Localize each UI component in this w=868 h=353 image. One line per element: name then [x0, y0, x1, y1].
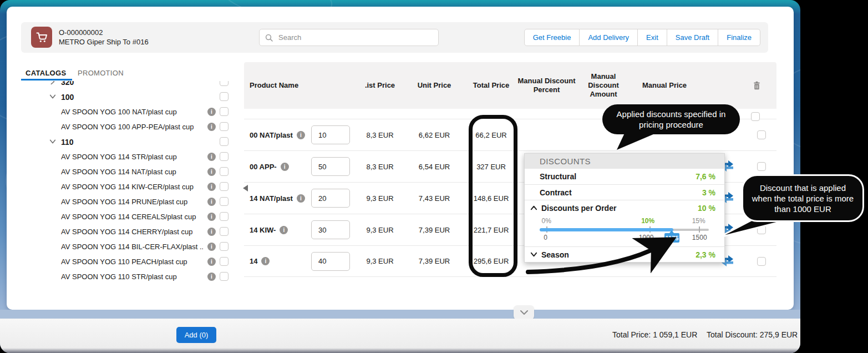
get-freebie-button[interactable]: Get Freebie	[524, 29, 580, 46]
tab-catalogs[interactable]: CATALOGS	[26, 69, 66, 77]
quantity-input[interactable]	[311, 157, 350, 176]
product-name: 14	[250, 257, 257, 265]
discount-row: Structural 7,6 %	[525, 169, 724, 184]
chevron-down-icon[interactable]	[530, 250, 538, 259]
info-icon[interactable]: i	[207, 198, 216, 206]
product-name: 14 KIW-	[250, 226, 276, 234]
catalog-sidebar: CATALOGS PROMOTION 320 100 AV SPOON YOG …	[21, 62, 236, 303]
order-number: O-000000002	[59, 28, 149, 37]
row-checkbox[interactable]	[757, 225, 766, 234]
product-checkbox[interactable]	[220, 107, 229, 116]
discount-slider: 0% 10% 15% 0 1000 1500 1175	[525, 215, 724, 246]
catalog-product-row[interactable]: AV SPOON YOG 114 CEREALS/plast cup i	[21, 209, 236, 224]
discount-value: 10 %	[698, 204, 715, 213]
info-icon[interactable]: i	[207, 123, 216, 131]
info-icon[interactable]: i	[207, 228, 216, 236]
delete-rows-icon[interactable]	[753, 81, 761, 90]
catalog-group-row[interactable]: 100	[21, 89, 236, 104]
unit-price: 7,39 EUR	[404, 257, 465, 265]
slider-value-badge[interactable]: 1175	[664, 233, 679, 243]
exit-button[interactable]: Exit	[638, 29, 667, 46]
search-box[interactable]	[259, 29, 439, 46]
info-icon[interactable]: i	[207, 273, 216, 281]
add-button[interactable]: Add (0)	[176, 327, 216, 343]
column-header: Manual Discount Amount	[576, 72, 631, 99]
column-header: Manual Discount Percent	[517, 77, 576, 94]
info-icon[interactable]: i	[261, 257, 270, 265]
list-price: 9,3 EUR	[356, 194, 404, 203]
group-checkbox[interactable]	[220, 81, 229, 86]
info-icon[interactable]: i	[207, 153, 216, 161]
info-icon[interactable]: i	[297, 131, 305, 139]
chevron-down-icon[interactable]	[49, 93, 57, 100]
group-checkbox[interactable]	[220, 137, 229, 146]
row-checkbox[interactable]	[757, 130, 766, 139]
catalog-product-row[interactable]: AV SPOON YOG 114 PRUNE/plast cup i	[21, 194, 236, 209]
catalog-product-row[interactable]: AV SPOON YOG 114 KIW-CER/plast cup i	[21, 179, 236, 194]
product-checkbox[interactable]	[220, 182, 229, 191]
catalog-product-row[interactable]: AV SPOON YOG 114 NAT/plast cup i	[21, 164, 236, 179]
product-checkbox[interactable]	[220, 152, 229, 161]
product-checkbox[interactable]	[220, 212, 229, 221]
product-checkbox[interactable]	[220, 257, 229, 266]
info-icon[interactable]: i	[207, 243, 216, 251]
product-name: 00 APP-	[250, 163, 277, 171]
product-checkbox[interactable]	[220, 242, 229, 251]
chevron-up-icon[interactable]	[530, 204, 538, 212]
product-checkbox[interactable]	[220, 272, 229, 281]
info-icon[interactable]: i	[297, 194, 305, 203]
chevron-down-icon[interactable]	[49, 138, 57, 145]
catalog-product-row[interactable]: AV SPOON YOG 100 NAT/plast cup i	[21, 104, 236, 119]
catalog-group-row[interactable]: 110	[21, 134, 236, 149]
save-draft-button[interactable]: Save Draft	[667, 29, 718, 46]
info-icon[interactable]: i	[207, 258, 216, 266]
catalog-group-row[interactable]: 320	[21, 81, 236, 89]
list-price: 9,3 EUR	[356, 226, 404, 234]
column-header: Total Price	[465, 81, 517, 90]
tab-promotion[interactable]: PROMOTION	[78, 69, 124, 77]
select-all-checkbox[interactable]	[751, 112, 760, 121]
list-price: 8,3 EUR	[356, 163, 404, 171]
discount-row[interactable]: Season 2,3 %	[525, 246, 724, 262]
info-icon[interactable]: i	[207, 183, 216, 191]
discount-row[interactable]: Discounts per Order 10 %	[525, 200, 724, 215]
catalog-product-row[interactable]: AV SPOON YOG 114 STR/plast cup i	[21, 149, 236, 164]
cart-icon	[31, 27, 52, 48]
catalog-product-row[interactable]: AV SPOON YOG 110 PEACH/plast cup i	[21, 254, 236, 269]
screenshot-canvas: O-000000002 METRO Giper Ship To #016 Get…	[0, 0, 868, 353]
info-icon[interactable]: i	[207, 168, 216, 176]
product-checkbox[interactable]	[220, 227, 229, 236]
product-checkbox[interactable]	[220, 167, 229, 176]
slider-fill	[540, 228, 673, 231]
chevron-down-icon	[520, 310, 528, 315]
unit-price: 7,39 EUR	[404, 226, 465, 234]
info-icon[interactable]: i	[281, 163, 289, 171]
quantity-input[interactable]	[311, 189, 350, 208]
row-checkbox[interactable]	[757, 257, 766, 266]
search-input[interactable]	[277, 33, 433, 42]
total-price: 221,7 EUR	[465, 226, 517, 234]
unit-price: 6,54 EUR	[404, 163, 465, 171]
quantity-input[interactable]	[311, 125, 350, 144]
catalog-product-row[interactable]: AV SPOON YOG 110 STR/plast cup i	[21, 269, 236, 284]
search-icon	[265, 34, 273, 42]
info-icon[interactable]: i	[207, 213, 216, 221]
chevron-right-icon[interactable]	[49, 81, 57, 85]
order-header-bar: O-000000002 METRO Giper Ship To #016 Get…	[21, 22, 768, 53]
catalog-product-row[interactable]: AV SPOON YOG 114 BIL-CER-FLAX/plast ... …	[21, 239, 236, 254]
product-checkbox[interactable]	[220, 197, 229, 206]
scroll-down-button[interactable]	[514, 305, 534, 320]
catalog-product-row[interactable]: AV SPOON YOG 114 CHERRY/plast cup i	[21, 224, 236, 239]
total-price: 66,2 EUR	[465, 131, 517, 139]
add-delivery-button[interactable]: Add Delivery	[580, 29, 638, 46]
info-icon[interactable]: i	[207, 108, 216, 116]
quantity-input[interactable]	[311, 220, 350, 239]
info-icon[interactable]: i	[280, 226, 288, 234]
product-checkbox[interactable]	[220, 122, 229, 131]
quantity-input[interactable]	[311, 252, 350, 271]
finalize-button[interactable]: Finalize	[718, 29, 760, 46]
catalog-product-row[interactable]: AV SPOON YOG 100 APP-PEA/plast cup i	[21, 119, 236, 134]
group-checkbox[interactable]	[220, 92, 229, 101]
action-buttons: Get FreebieAdd DeliveryExitSave DraftFin…	[524, 29, 760, 46]
row-checkbox[interactable]	[757, 162, 766, 171]
